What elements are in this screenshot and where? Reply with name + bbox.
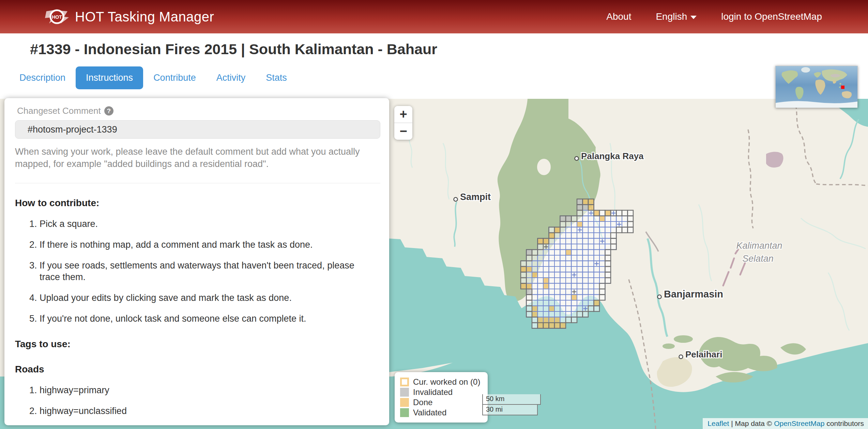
task-cell[interactable] <box>543 306 549 312</box>
task-cell[interactable] <box>605 244 611 250</box>
task-cell[interactable] <box>566 239 572 244</box>
task-cell[interactable] <box>549 239 555 244</box>
task-cell[interactable] <box>583 221 589 227</box>
task-cell[interactable] <box>588 239 594 244</box>
task-cell[interactable] <box>588 266 594 272</box>
task-cell[interactable] <box>588 300 594 306</box>
task-cell[interactable] <box>521 272 527 278</box>
task-cell[interactable] <box>583 250 589 256</box>
task-cell[interactable] <box>549 272 555 278</box>
task-cell[interactable] <box>594 272 600 278</box>
task-cell[interactable] <box>616 216 622 222</box>
task-cell[interactable] <box>527 311 532 317</box>
task-cell[interactable] <box>594 221 600 227</box>
task-cell[interactable] <box>560 244 566 250</box>
task-cell[interactable] <box>577 233 583 239</box>
task-cell[interactable] <box>577 266 583 272</box>
task-cell[interactable] <box>532 284 538 289</box>
task-cell[interactable] <box>554 227 560 233</box>
task-cell[interactable] <box>538 317 544 323</box>
task-cell[interactable] <box>588 295 594 301</box>
task-cell[interactable] <box>605 210 611 216</box>
task-cell[interactable] <box>628 216 634 222</box>
task-cell[interactable] <box>577 311 583 317</box>
tab-stats[interactable]: Stats <box>256 66 297 89</box>
task-cell[interactable] <box>594 284 600 289</box>
task-cell[interactable] <box>588 221 594 227</box>
task-cell[interactable] <box>554 295 560 301</box>
task-cell[interactable] <box>572 278 577 284</box>
task-cell[interactable] <box>538 311 544 317</box>
task-cell[interactable] <box>577 239 583 244</box>
task-cell[interactable] <box>549 266 555 272</box>
task-cell[interactable] <box>572 306 577 312</box>
task-cell[interactable] <box>532 255 538 261</box>
task-cell[interactable] <box>583 261 589 267</box>
task-cell[interactable] <box>549 317 555 323</box>
task-cell[interactable] <box>549 250 555 256</box>
task-cell[interactable] <box>577 300 583 306</box>
task-cell[interactable] <box>577 205 583 211</box>
task-cell[interactable] <box>527 306 532 312</box>
help-icon[interactable]: ? <box>104 106 113 116</box>
task-cell[interactable] <box>583 239 589 244</box>
task-cell[interactable] <box>588 278 594 284</box>
task-cell[interactable] <box>549 278 555 284</box>
task-cell[interactable] <box>566 300 572 306</box>
task-cell[interactable] <box>527 266 532 272</box>
task-cell[interactable] <box>599 284 605 289</box>
task-cell[interactable] <box>572 261 577 267</box>
task-cell[interactable] <box>588 284 594 289</box>
task-cell[interactable] <box>583 210 589 216</box>
task-cell[interactable] <box>583 233 589 239</box>
leaflet-link[interactable]: Leaflet <box>707 419 729 428</box>
task-cell[interactable] <box>560 250 566 256</box>
task-cell[interactable] <box>611 233 616 239</box>
task-cell[interactable] <box>594 239 600 244</box>
task-cell[interactable] <box>599 278 605 284</box>
task-cell[interactable] <box>521 278 527 284</box>
task-cell[interactable] <box>583 300 589 306</box>
task-cell[interactable] <box>599 261 605 267</box>
task-cell[interactable] <box>577 278 583 284</box>
task-cell[interactable] <box>560 295 566 301</box>
task-cell[interactable] <box>549 311 555 317</box>
task-cell[interactable] <box>577 216 583 222</box>
task-cell[interactable] <box>588 250 594 256</box>
task-cell[interactable] <box>560 221 566 227</box>
task-cell[interactable] <box>583 227 589 233</box>
task-cell[interactable] <box>577 272 583 278</box>
task-cell[interactable] <box>583 272 589 278</box>
task-cell[interactable] <box>572 250 577 256</box>
task-cell[interactable] <box>572 300 577 306</box>
task-cell[interactable] <box>543 250 549 256</box>
task-cell[interactable] <box>594 289 600 295</box>
task-cell[interactable] <box>549 233 555 239</box>
task-cell[interactable] <box>554 244 560 250</box>
task-cell[interactable] <box>599 255 605 261</box>
task-cell[interactable] <box>599 272 605 278</box>
zoom-in-button[interactable]: + <box>394 106 412 123</box>
task-cell[interactable] <box>583 266 589 272</box>
task-cell[interactable] <box>538 239 544 244</box>
task-cell[interactable] <box>599 210 605 216</box>
task-cell[interactable] <box>543 323 549 328</box>
task-cell[interactable] <box>543 317 549 323</box>
task-cell[interactable] <box>594 227 600 233</box>
task-cell[interactable] <box>583 205 589 211</box>
task-cell[interactable] <box>543 289 549 295</box>
task-cell[interactable] <box>527 284 532 289</box>
task-cell[interactable] <box>527 300 532 306</box>
task-cell[interactable] <box>560 266 566 272</box>
task-cell[interactable] <box>566 317 572 323</box>
task-cell[interactable] <box>538 295 544 301</box>
zoom-out-button[interactable]: − <box>394 123 412 140</box>
task-cell[interactable] <box>577 261 583 267</box>
task-cell[interactable] <box>532 250 538 256</box>
nav-about-link[interactable]: About <box>606 11 631 22</box>
task-cell[interactable] <box>538 255 544 261</box>
tab-description[interactable]: Description <box>9 66 76 89</box>
task-cell[interactable] <box>554 300 560 306</box>
task-cell[interactable] <box>588 261 594 267</box>
task-cell[interactable] <box>560 261 566 267</box>
